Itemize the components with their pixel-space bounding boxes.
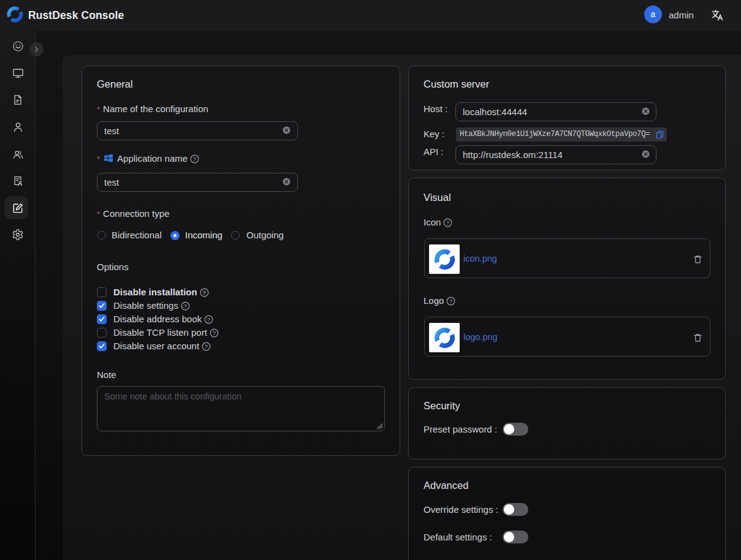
svg-text:?: ? [202, 289, 206, 296]
svg-text:?: ? [446, 219, 449, 226]
svg-text:?: ? [449, 298, 452, 305]
svg-text:?: ? [213, 330, 216, 336]
svg-text:?: ? [184, 303, 187, 309]
svg-text:?: ? [205, 343, 208, 350]
svg-text:?: ? [193, 156, 196, 162]
svg-text:?: ? [207, 316, 210, 323]
